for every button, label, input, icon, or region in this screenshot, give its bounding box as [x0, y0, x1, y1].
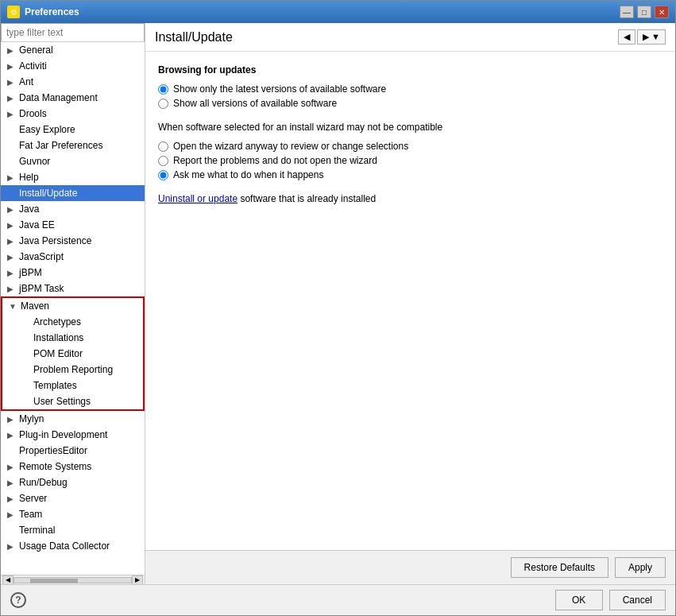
sidebar-item-user-settings[interactable]: User Settings	[2, 393, 143, 409]
sidebar-item-team[interactable]: Team	[1, 506, 145, 522]
sidebar-item-label: Java EE	[19, 219, 55, 231]
back-button[interactable]: ◀	[618, 29, 635, 45]
minimize-button[interactable]: —	[620, 6, 634, 18]
sidebar-item-templates[interactable]: Templates	[2, 378, 143, 393]
radio-show-latest-label: Show only the latest versions of availab…	[173, 83, 386, 95]
radio-open-anyway[interactable]	[158, 141, 168, 152]
sidebar-item-ant[interactable]: Ant	[1, 74, 145, 90]
nav-buttons: ◀ ▶ ▼	[618, 29, 666, 45]
cancel-button[interactable]: Cancel	[609, 590, 666, 610]
sidebar-item-drools[interactable]: Drools	[1, 106, 145, 122]
horizontal-scrollbar[interactable]: ◀ ▶	[1, 575, 145, 584]
expand-arrow-server	[7, 494, 17, 503]
scroll-right-button[interactable]: ▶	[132, 575, 143, 585]
sidebar-item-install-update[interactable]: Install/Update	[1, 185, 145, 201]
ok-button[interactable]: OK	[555, 590, 603, 610]
radio-show-latest[interactable]	[158, 84, 168, 95]
restore-defaults-button[interactable]: Restore Defaults	[511, 557, 608, 578]
sidebar-item-java[interactable]: Java	[1, 201, 145, 217]
apply-button[interactable]: Apply	[615, 557, 666, 578]
close-button[interactable]: ✕	[655, 6, 669, 18]
expand-arrow-help	[7, 173, 17, 182]
radio-ask-me-label: Ask me what to do when it happens	[173, 169, 323, 180]
title-controls: — □ ✕	[620, 6, 669, 18]
sidebar-item-label: Run/Debug	[19, 477, 68, 488]
sidebar-item-label: Install/Update	[19, 188, 77, 199]
sidebar-item-remote-systems[interactable]: Remote Systems	[1, 459, 145, 475]
scroll-track[interactable]	[14, 577, 132, 583]
radio-item-show-latest: Show only the latest versions of availab…	[158, 83, 662, 95]
sidebar-item-maven[interactable]: Maven	[2, 298, 143, 314]
tree-container: General Activiti Ant Data Management	[1, 42, 145, 575]
sidebar-item-javascript[interactable]: JavaScript	[1, 249, 145, 265]
sidebar-item-usage-data-collector[interactable]: Usage Data Collector	[1, 538, 145, 554]
sidebar-item-label: Problem Reporting	[33, 364, 113, 375]
sidebar-item-label: User Settings	[33, 396, 91, 407]
right-header: Install/Update ◀ ▶ ▼	[145, 23, 675, 52]
sidebar-item-label: POM Editor	[33, 348, 83, 359]
forward-dropdown-button[interactable]: ▶ ▼	[637, 29, 666, 45]
sidebar-item-label: Guvnor	[19, 156, 50, 167]
sidebar-item-label: jBPM	[19, 267, 42, 278]
expand-arrow-run-debug	[7, 478, 17, 487]
sidebar-item-java-ee[interactable]: Java EE	[1, 217, 145, 233]
sidebar-item-label: General	[19, 45, 53, 56]
sidebar-item-plugin-development[interactable]: Plug-in Development	[1, 427, 145, 443]
sidebar-item-general[interactable]: General	[1, 42, 145, 58]
sidebar-item-java-persistence[interactable]: Java Persistence	[1, 233, 145, 249]
sidebar-item-data-management[interactable]: Data Management	[1, 90, 145, 106]
sidebar-item-label: Archetypes	[33, 316, 81, 327]
sidebar-item-run-debug[interactable]: Run/Debug	[1, 475, 145, 490]
radio-show-all[interactable]	[158, 99, 168, 109]
sidebar-item-server[interactable]: Server	[1, 490, 145, 506]
compatibility-radio-group: Open the wizard anyway to review or chan…	[158, 141, 662, 180]
sidebar-item-problem-reporting[interactable]: Problem Reporting	[2, 362, 143, 378]
expand-arrow-activiti	[7, 62, 17, 71]
scroll-left-button[interactable]: ◀	[2, 575, 14, 585]
footer-right: OK Cancel	[555, 590, 666, 610]
sidebar-item-label: Drools	[19, 108, 47, 119]
sidebar-item-guvnor[interactable]: Guvnor	[1, 153, 145, 169]
sidebar-item-fat-jar-preferences[interactable]: Fat Jar Preferences	[1, 138, 145, 153]
sidebar-item-activiti[interactable]: Activiti	[1, 58, 145, 74]
sidebar-item-label: JavaScript	[19, 251, 64, 262]
expand-arrow-plugin	[7, 431, 17, 440]
sidebar-item-easy-explore[interactable]: Easy Explore	[1, 122, 145, 138]
sidebar-item-label: Mylyn	[19, 413, 44, 424]
radio-show-all-label: Show all versions of available software	[173, 98, 337, 109]
maximize-button[interactable]: □	[637, 6, 651, 18]
footer-bar: ? OK Cancel	[1, 584, 675, 615]
expand-arrow-java	[7, 205, 17, 214]
sidebar-item-help[interactable]: Help	[1, 169, 145, 185]
filter-input[interactable]	[1, 23, 145, 42]
sidebar-item-terminal[interactable]: Terminal	[1, 522, 145, 538]
sidebar-item-label: Installations	[33, 332, 83, 343]
sidebar-item-label: Activiti	[19, 60, 47, 72]
uninstall-link[interactable]: Uninstall or update	[158, 193, 238, 204]
expand-arrow-jbpm	[7, 269, 17, 277]
sidebar-item-jbpm[interactable]: jBPM	[1, 265, 145, 281]
radio-report-problems-label: Report the problems and do not open the …	[173, 155, 377, 166]
sidebar-item-installations[interactable]: Installations	[2, 330, 143, 346]
radio-item-open-anyway: Open the wizard anyway to review or chan…	[158, 141, 662, 152]
radio-item-ask-me: Ask me what to do when it happens	[158, 169, 662, 180]
help-icon[interactable]: ?	[10, 592, 26, 608]
radio-open-anyway-label: Open the wizard anyway to review or chan…	[173, 141, 408, 152]
panel-title: Install/Update	[155, 30, 233, 45]
sidebar-item-jbpm-task[interactable]: jBPM Task	[1, 281, 145, 296]
scroll-thumb[interactable]	[30, 579, 78, 583]
main-content: General Activiti Ant Data Management	[1, 23, 675, 584]
sidebar-item-pom-editor[interactable]: POM Editor	[2, 346, 143, 362]
footer-left: ?	[10, 592, 26, 608]
sidebar-item-mylyn[interactable]: Mylyn	[1, 411, 145, 427]
sidebar-item-archetypes[interactable]: Archetypes	[2, 314, 143, 330]
sidebar-item-properties-editor[interactable]: PropertiesEditor	[1, 443, 145, 459]
window-icon: ⚙	[7, 6, 20, 18]
maven-group: Maven Archetypes Installations	[1, 296, 145, 411]
expand-arrow-javascript	[7, 253, 17, 262]
radio-report-problems[interactable]	[158, 156, 168, 166]
radio-ask-me[interactable]	[158, 170, 168, 180]
title-bar-left: ⚙ Preferences	[7, 6, 79, 18]
sidebar-item-label: Server	[19, 493, 47, 504]
preferences-window: ⚙ Preferences — □ ✕ General Activiti	[0, 0, 676, 616]
